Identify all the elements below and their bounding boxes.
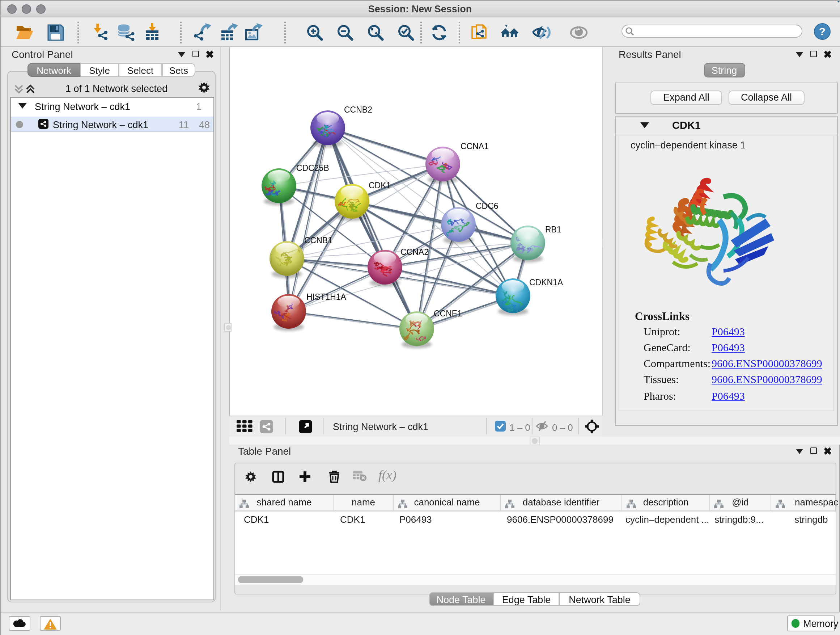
svg-text:CCNB2: CCNB2	[344, 105, 372, 114]
svg-text:CCNB1: CCNB1	[304, 236, 332, 245]
svg-text:CCNE1: CCNE1	[433, 309, 462, 318]
svg-text:RB1: RB1	[545, 225, 561, 234]
svg-text:HIST1H1A: HIST1H1A	[306, 292, 346, 302]
svg-text:CDC25B: CDC25B	[296, 163, 329, 173]
svg-text:CCNA2: CCNA2	[400, 247, 428, 257]
svg-text:CDKN1A: CDKN1A	[529, 278, 563, 287]
svg-text:?: ?	[819, 25, 826, 37]
svg-text:CDK1: CDK1	[368, 181, 390, 190]
svg-text:CDC6: CDC6	[475, 201, 498, 211]
svg-text:CCNA1: CCNA1	[460, 141, 488, 151]
